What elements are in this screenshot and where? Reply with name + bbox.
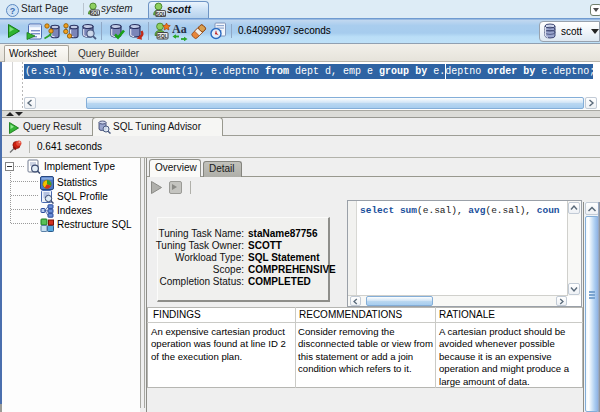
svg-text:Aa: Aa (172, 22, 187, 36)
svg-text:?: ? (10, 6, 16, 16)
svg-text:SQL: SQL (90, 11, 100, 16)
svg-text:SQL: SQL (157, 33, 167, 39)
svg-text:SQL: SQL (156, 12, 166, 17)
